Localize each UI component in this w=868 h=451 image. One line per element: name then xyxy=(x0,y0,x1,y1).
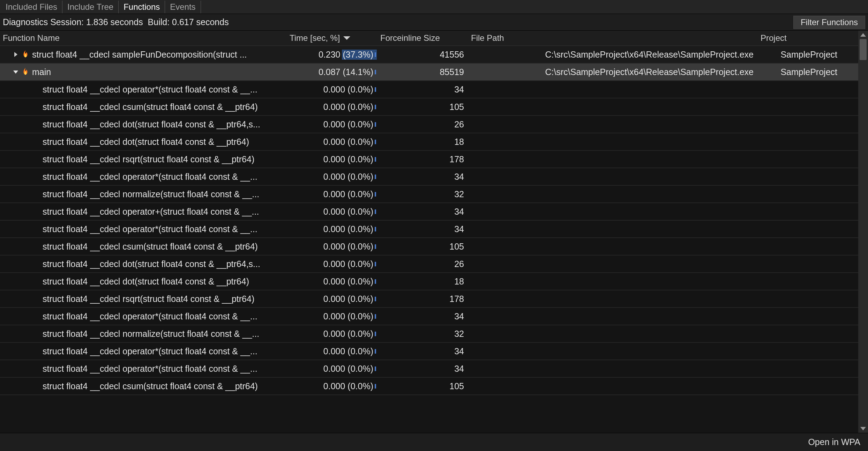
table-row[interactable]: struct float4 __cdecl csum(struct float4… xyxy=(0,238,858,256)
function-name-text: struct float4 __cdecl operator+(struct f… xyxy=(43,207,259,217)
cell-time: 0.000 (0.0%) xyxy=(286,364,377,374)
tab-included-files[interactable]: Included Files xyxy=(1,1,62,13)
tab-events[interactable]: Events xyxy=(165,1,201,13)
time-bar-icon xyxy=(375,52,376,57)
time-bar-icon xyxy=(375,70,376,74)
cell-project: SampleProject xyxy=(757,67,841,77)
column-time[interactable]: Time [sec, %] xyxy=(286,31,377,45)
table-row[interactable]: struct float4 __cdecl dot(struct float4 … xyxy=(0,273,858,290)
time-bar-icon xyxy=(375,157,376,162)
cell-function-name: struct float4 __cdecl rsqrt(struct float… xyxy=(0,154,286,164)
table-row[interactable]: struct float4 __cdecl dot(struct float4 … xyxy=(0,256,858,273)
time-bar-icon xyxy=(375,279,376,284)
time-bar-icon xyxy=(375,175,376,179)
session-value: 1.836 seconds xyxy=(86,17,143,27)
cell-forceinline-size: 34 xyxy=(377,364,467,374)
cell-function-name: struct float4 __cdecl normalize(struct f… xyxy=(0,329,286,339)
scroll-track[interactable] xyxy=(858,39,868,424)
cell-forceinline-size: 32 xyxy=(377,329,467,339)
function-name-text: struct float4 __cdecl csum(struct float4… xyxy=(43,381,258,391)
time-bar-icon xyxy=(375,244,376,249)
scroll-thumb[interactable] xyxy=(860,39,867,60)
function-name-text: struct float4 __cdecl dot(struct float4 … xyxy=(43,119,260,130)
column-file-path[interactable]: File Path xyxy=(467,31,757,45)
function-name-text: struct float4 __cdecl csum(struct float4… xyxy=(43,102,258,112)
cell-time: 0.000 (0.0%) xyxy=(286,172,377,182)
cell-function-name: struct float4 __cdecl operator*(struct f… xyxy=(0,346,286,356)
table-row[interactable]: struct float4 __cdecl operator*(struct f… xyxy=(0,308,858,325)
table-row[interactable]: struct float4 __cdecl operator*(struct f… xyxy=(0,81,858,98)
cell-time: 0.000 (0.0%) xyxy=(286,154,377,164)
time-bar-icon xyxy=(375,122,376,127)
column-function-name[interactable]: Function Name xyxy=(0,31,286,45)
tab-include-tree[interactable]: Include Tree xyxy=(62,1,119,13)
table-row[interactable]: struct float4 __cdecl sampleFunDecomposi… xyxy=(0,46,858,64)
footer-bar: Open in WPA xyxy=(0,433,868,451)
table-row[interactable]: struct float4 __cdecl rsqrt(struct float… xyxy=(0,151,858,168)
cell-forceinline-size: 105 xyxy=(377,102,467,112)
function-name-text: struct float4 __cdecl dot(struct float4 … xyxy=(43,276,249,287)
scroll-up-button[interactable] xyxy=(858,31,868,39)
cell-time: 0.000 (0.0%) xyxy=(286,119,377,130)
scroll-down-button[interactable] xyxy=(858,424,868,433)
table-row[interactable]: struct float4 __cdecl operator*(struct f… xyxy=(0,168,858,186)
cell-time: 0.000 (0.0%) xyxy=(286,84,377,95)
cell-forceinline-size: 34 xyxy=(377,346,467,356)
cell-forceinline-size: 18 xyxy=(377,137,467,147)
expander-closed-icon[interactable] xyxy=(13,51,19,58)
cell-function-name: struct float4 __cdecl operator*(struct f… xyxy=(0,172,286,182)
diagnostics-bar: Diagnostics Session: 1.836 seconds Build… xyxy=(0,14,868,31)
expander-open-icon[interactable] xyxy=(13,69,19,75)
time-bar-icon xyxy=(375,140,376,144)
cell-time: 0.000 (0.0%) xyxy=(286,207,377,217)
time-bar-icon xyxy=(375,262,376,266)
build-label: Build: xyxy=(148,17,170,27)
time-bar-icon xyxy=(375,314,376,319)
time-bar-icon xyxy=(375,384,376,389)
table-row[interactable]: struct float4 __cdecl dot(struct float4 … xyxy=(0,133,858,151)
table-row[interactable]: struct float4 __cdecl operator*(struct f… xyxy=(0,360,858,378)
function-name-text: struct float4 __cdecl dot(struct float4 … xyxy=(43,259,260,269)
time-bar-icon xyxy=(375,87,376,92)
cell-forceinline-size: 105 xyxy=(377,242,467,252)
table-row[interactable]: struct float4 __cdecl operator+(struct f… xyxy=(0,203,858,221)
table-row[interactable]: struct float4 __cdecl dot(struct float4 … xyxy=(0,116,858,133)
cell-time: 0.000 (0.0%) xyxy=(286,242,377,252)
table-row[interactable]: struct float4 __cdecl rsqrt(struct float… xyxy=(0,290,858,308)
table-row[interactable]: struct float4 __cdecl csum(struct float4… xyxy=(0,378,858,395)
cell-forceinline-size: 105 xyxy=(377,381,467,391)
table-row[interactable]: main0.087 (14.1%)85519C:\src\SampleProje… xyxy=(0,64,858,81)
cell-project: SampleProject xyxy=(757,50,841,60)
cell-time: 0.000 (0.0%) xyxy=(286,137,377,147)
function-name-text: struct float4 __cdecl operator*(struct f… xyxy=(43,346,257,356)
column-project[interactable]: Project xyxy=(757,31,841,45)
column-forceinline-size[interactable]: Forceinline Size xyxy=(377,31,467,45)
table-row[interactable]: struct float4 __cdecl csum(struct float4… xyxy=(0,98,858,116)
table-row[interactable]: struct float4 __cdecl operator*(struct f… xyxy=(0,221,858,238)
cell-function-name: struct float4 __cdecl operator+(struct f… xyxy=(0,207,286,217)
open-in-wpa-link[interactable]: Open in WPA xyxy=(808,437,860,447)
cell-forceinline-size: 26 xyxy=(377,259,467,269)
cell-time: 0.000 (0.0%) xyxy=(286,311,377,321)
filter-functions-button[interactable]: Filter Functions xyxy=(793,16,865,29)
cell-function-name: struct float4 __cdecl csum(struct float4… xyxy=(0,102,286,112)
table-row[interactable]: struct float4 __cdecl normalize(struct f… xyxy=(0,186,858,203)
build-value: 0.617 seconds xyxy=(172,17,229,27)
time-bar-icon xyxy=(375,349,376,354)
cell-function-name: struct float4 __cdecl sampleFunDecomposi… xyxy=(0,50,286,60)
table-row[interactable]: struct float4 __cdecl normalize(struct f… xyxy=(0,325,858,343)
time-bar-icon xyxy=(375,209,376,214)
table-row[interactable]: struct float4 __cdecl operator*(struct f… xyxy=(0,343,858,360)
cell-forceinline-size: 26 xyxy=(377,119,467,130)
function-name-text: struct float4 __cdecl dot(struct float4 … xyxy=(43,137,249,147)
cell-time: 0.000 (0.0%) xyxy=(286,276,377,287)
function-name-text: struct float4 __cdecl csum(struct float4… xyxy=(43,242,258,252)
tab-functions[interactable]: Functions xyxy=(119,1,165,13)
time-bar-icon xyxy=(375,192,376,197)
tab-bar: Included FilesInclude TreeFunctionsEvent… xyxy=(0,0,868,14)
time-bar-icon xyxy=(375,105,376,109)
vertical-scrollbar[interactable] xyxy=(858,31,868,433)
cell-function-name: struct float4 __cdecl rsqrt(struct float… xyxy=(0,294,286,304)
cell-time: 0.230 (37.3%) xyxy=(286,50,377,60)
time-bar-icon xyxy=(375,332,376,336)
